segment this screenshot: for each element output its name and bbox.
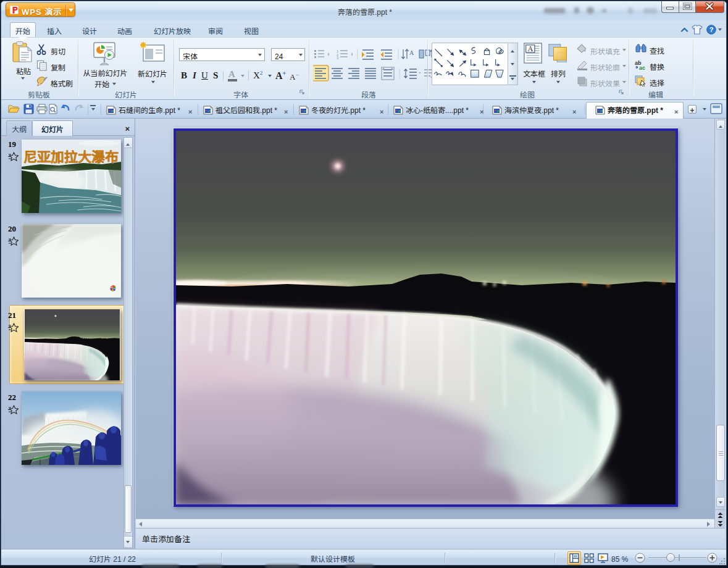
svg-text:A: A [409,49,414,56]
svg-text:ac: ac [639,65,645,70]
svg-text:3: 3 [337,56,339,60]
svg-text:?: ? [709,26,714,33]
svg-text:A: A [527,44,533,53]
